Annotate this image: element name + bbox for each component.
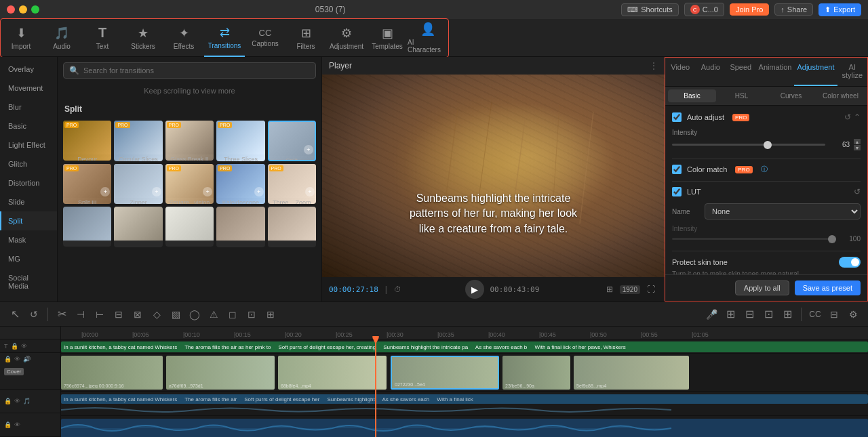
lut-checkbox[interactable]: [672, 187, 682, 196]
fit-timeline-button[interactable]: ⊡: [760, 306, 776, 322]
toolbar-effects[interactable]: ✦ Effects: [163, 19, 204, 57]
toolbar-ai-characters[interactable]: 👤 AI Characters: [408, 19, 448, 57]
add-transition-btn[interactable]: +: [254, 187, 264, 196]
audio-icon[interactable]: 🎵: [23, 398, 31, 404]
expand-button[interactable]: ⊞: [779, 306, 795, 322]
auto-adjust-checkbox[interactable]: [672, 112, 682, 122]
tab-adjustment[interactable]: Adjustment: [794, 58, 837, 86]
add-transition-btn[interactable]: +: [203, 187, 212, 196]
detach-tool[interactable]: ⊠: [130, 306, 146, 322]
select-tool[interactable]: ↖: [7, 306, 23, 322]
sidebar-item-movement[interactable]: Movement: [0, 79, 57, 98]
transition-devour[interactable]: PRO Devour: [63, 121, 111, 161]
transition-three-zoom[interactable]: PRO + Three... Zoom: [268, 164, 316, 205]
save-as-preset-button[interactable]: Save as preset: [795, 280, 861, 295]
fit-screen-button[interactable]: ⊞: [604, 283, 616, 295]
grid2-tool[interactable]: ⊞: [262, 306, 279, 322]
tracks-scroll[interactable]: |00:00 |00:05 |00:10 |00:15 |00:20 |00:2…: [61, 327, 868, 437]
transition-extra-3[interactable]: [165, 207, 214, 247]
cover-label[interactable]: Cover: [4, 368, 24, 375]
apply-to-all-button[interactable]: Apply to all: [735, 280, 789, 295]
share-button[interactable]: ↑ Share: [774, 3, 813, 16]
toolbar-transitions[interactable]: ⇄ Transitions: [204, 19, 245, 57]
tab-animation[interactable]: Animation: [756, 58, 795, 86]
add-transition-btn[interactable]: +: [304, 145, 313, 154]
sidebar-item-light-effect[interactable]: Light Effect: [0, 136, 57, 154]
color-match-checkbox[interactable]: [672, 165, 682, 174]
sub-tab-curves[interactable]: Curves: [767, 89, 815, 102]
transition-extra-1[interactable]: [63, 207, 111, 247]
transition-zipper[interactable]: + Zipper: [114, 164, 162, 205]
mic-button[interactable]: 🎤: [703, 306, 719, 322]
transition-glass-break[interactable]: PRO Glass Break II: [165, 121, 214, 161]
intensity-slider[interactable]: [672, 144, 825, 146]
reset-icon[interactable]: ↺: [844, 112, 851, 122]
crop-tool[interactable]: ⊡: [243, 306, 260, 322]
tab-speed[interactable]: Speed: [726, 58, 756, 86]
transition-extra-4[interactable]: [216, 207, 264, 247]
tab-video[interactable]: Video: [665, 58, 696, 86]
video-clip-6[interactable]: 5ef9c88...mp4: [574, 356, 689, 390]
minimize-button[interactable]: [19, 5, 27, 14]
user-badge[interactable]: C C...0: [684, 3, 724, 16]
join-pro-button[interactable]: Join Pro: [730, 3, 769, 16]
lock-icon[interactable]: 🔒: [4, 356, 12, 362]
shortcuts-button[interactable]: ⌨ Shortcuts: [621, 3, 678, 16]
transition-split-iii[interactable]: PRO + Split III: [63, 164, 111, 204]
playhead[interactable]: [375, 340, 376, 437]
sidebar-item-overlay[interactable]: Overlay: [0, 60, 57, 79]
intensity-down[interactable]: ▼: [854, 145, 861, 150]
lock-icon[interactable]: 🔒: [4, 421, 12, 428]
fullscreen-button[interactable]: ⛶: [644, 283, 658, 295]
undo-button[interactable]: ↺: [26, 306, 42, 322]
video-clip-1[interactable]: 756c6974...jpeg 00:000:9:16: [61, 356, 163, 390]
lut-name-select[interactable]: None: [705, 203, 861, 220]
video-clip-3[interactable]: 68b8fe4...mp4: [278, 356, 387, 390]
sidebar-item-split[interactable]: Split: [0, 211, 57, 230]
marker-tool[interactable]: ⚠: [205, 306, 222, 322]
eye-icon[interactable]: 👁: [14, 421, 20, 428]
sidebar-item-slide[interactable]: Slide: [0, 192, 57, 211]
toolbar-audio[interactable]: 🎵 Audio: [41, 19, 82, 57]
zoom-out-button[interactable]: ⊟: [741, 306, 757, 322]
sidebar-item-basic[interactable]: Basic: [0, 117, 57, 136]
circle-tool[interactable]: ◯: [186, 306, 203, 322]
sub-tab-color-wheel[interactable]: Color wheel: [816, 89, 865, 102]
search-input[interactable]: [83, 66, 310, 75]
toolbar-captions[interactable]: CC Captions: [245, 19, 285, 57]
sidebar-item-glitch[interactable]: Glitch: [0, 154, 57, 173]
add-transition-btn[interactable]: +: [100, 187, 110, 196]
video-clip-2[interactable]: a76df69...973d1: [166, 356, 275, 390]
export-button[interactable]: ⬆ Export: [818, 3, 861, 16]
settings-button[interactable]: ⚙: [845, 306, 861, 322]
zoom-in-button[interactable]: ⊞: [722, 306, 738, 322]
tab-ai-stylize[interactable]: AI stylize: [837, 58, 868, 86]
split-tool[interactable]: ✂: [54, 306, 70, 322]
maximize-button[interactable]: [31, 5, 39, 14]
eye-icon[interactable]: 👁: [14, 356, 20, 362]
play-button[interactable]: ▶: [465, 280, 484, 299]
delete-tool[interactable]: ⊟: [111, 306, 127, 322]
add-transition-btn[interactable]: +: [305, 187, 315, 196]
trim-left-tool[interactable]: ⊣: [73, 306, 89, 322]
lut-reset-icon[interactable]: ↺: [854, 187, 861, 196]
subtitle-button[interactable]: CC: [807, 306, 823, 322]
sub-tab-basic[interactable]: Basic: [668, 89, 716, 102]
sub-tab-hsl[interactable]: HSL: [717, 89, 766, 102]
toolbar-import[interactable]: ⬇ Import: [1, 19, 41, 57]
text-caption-bar[interactable]: In a sunlit kitchen, a tabby cat named W…: [61, 341, 868, 352]
sidebar-item-social-media[interactable]: Social Media: [0, 268, 57, 295]
transition-extra-2[interactable]: [114, 207, 162, 247]
video-clip-5[interactable]: 23fbe96...90a: [502, 356, 570, 390]
toolbar-text[interactable]: T Text: [82, 19, 123, 57]
eye-icon[interactable]: 👁: [14, 398, 20, 404]
square-tool[interactable]: ◻: [224, 306, 241, 322]
sidebar-item-distortion[interactable]: Distortion: [0, 173, 57, 192]
video-clip-4[interactable]: 0272230...5e4: [391, 356, 499, 390]
add-transition-btn[interactable]: +: [152, 187, 161, 196]
transition-split[interactable]: + Split: [268, 121, 316, 161]
transition-circular-slices[interactable]: PRO Circular Slices: [114, 121, 162, 161]
sidebar-item-mg[interactable]: MG: [0, 249, 57, 268]
keyframe-tool[interactable]: ◇: [149, 306, 165, 322]
transition-kaleidoscope[interactable]: PRO + Kaleidoscope: [216, 164, 264, 205]
